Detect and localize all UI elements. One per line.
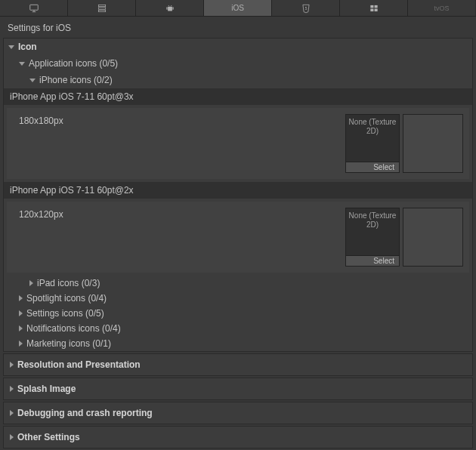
tab-standalone[interactable] [0, 0, 68, 16]
group-label: Spotlight icons (0/4) [26, 293, 107, 304]
icon-preview [403, 114, 463, 173]
group-label: Settings icons (0/5) [26, 308, 104, 319]
section-icon-header[interactable]: Icon [4, 39, 472, 55]
section-icon-label: Icon [18, 42, 37, 52]
section-resolution-header[interactable]: Resolution and Presentation [4, 354, 472, 375]
group-label: Marketing icons (0/1) [26, 338, 111, 349]
settings-panel: Settings for iOS Icon Application icons … [0, 17, 476, 450]
group-ipad-icons[interactable]: iPad icons (0/3) [29, 276, 472, 291]
group-application-icons-label: Application icons (0/5) [29, 58, 118, 69]
svg-rect-12 [370, 5, 373, 7]
android-icon [164, 3, 176, 14]
svg-rect-13 [374, 5, 377, 7]
group-iphone-icons-label: iPhone icons (0/2) [39, 75, 113, 85]
chevron-right-icon [10, 386, 14, 392]
select-button[interactable]: Select [346, 162, 399, 172]
icon-entry-size: 120x120px [13, 208, 70, 221]
icon-entry-header: iPhone App iOS 7-11 60pt@2x [4, 182, 472, 199]
group-notifications-icons[interactable]: Notifications icons (0/4) [19, 321, 472, 336]
section-label: Splash Image [17, 384, 76, 394]
svg-rect-4 [98, 7, 105, 8]
bottom-sections: Resolution and Presentation Splash Image… [3, 353, 473, 448]
svg-rect-10 [172, 7, 173, 10]
chevron-right-icon [19, 310, 23, 316]
tab-tvos-label: tvOS [434, 5, 449, 12]
collapsed-icon-groups: iPad icons (0/3) Spotlight icons (0/4) S… [4, 276, 472, 351]
icon-preview [403, 208, 463, 267]
group-application-icons[interactable]: Application icons (0/5) [4, 55, 472, 72]
tab-uwp[interactable] [340, 0, 408, 16]
section-icon: Icon Application icons (0/5) iPhone icon… [3, 38, 473, 352]
select-button[interactable]: Select [346, 255, 399, 266]
icon-entry-size: 180x180px [13, 114, 70, 128]
section-debugging: Debugging and crash reporting [3, 402, 473, 424]
svg-rect-0 [29, 5, 38, 10]
svg-point-7 [168, 5, 168, 5]
chevron-right-icon [10, 410, 14, 416]
panel-title: Settings for iOS [3, 20, 473, 36]
tab-android[interactable] [136, 0, 204, 16]
chevron-right-icon [29, 280, 33, 286]
texture-slot-placeholder: None (Texture 2D) [346, 208, 399, 233]
group-label: iPad icons (0/3) [37, 278, 100, 288]
section-label: Resolution and Presentation [17, 359, 141, 370]
section-splash: Splash Image [3, 378, 473, 400]
group-marketing-icons[interactable]: Marketing icons (0/1) [19, 336, 472, 351]
chevron-down-icon [29, 79, 36, 82]
chevron-down-icon [8, 45, 14, 49]
svg-rect-15 [374, 8, 377, 11]
svg-rect-3 [98, 5, 105, 6]
section-splash-header[interactable]: Splash Image [4, 378, 472, 399]
svg-rect-9 [166, 7, 167, 10]
chevron-right-icon [19, 295, 23, 301]
section-debugging-header[interactable]: Debugging and crash reporting [4, 402, 472, 424]
chevron-right-icon [10, 434, 14, 440]
tab-ios-label: iOS [231, 4, 244, 12]
group-settings-icons[interactable]: Settings icons (0/5) [19, 306, 472, 321]
icon-entry-header: iPhone App iOS 7-11 60pt@3x [4, 88, 472, 105]
tab-webgl[interactable]: 5 [272, 0, 340, 16]
group-spotlight-icons[interactable]: Spotlight icons (0/4) [19, 291, 472, 306]
svg-point-8 [171, 5, 172, 5]
section-label: Debugging and crash reporting [17, 408, 153, 418]
tab-server[interactable] [68, 0, 136, 16]
svg-rect-5 [98, 10, 105, 11]
icon-entry: 120x120px None (Texture 2D) Select [7, 202, 469, 273]
html5-icon: 5 [300, 3, 312, 14]
tab-tvos[interactable]: tvOS [408, 0, 476, 16]
chevron-right-icon [10, 362, 14, 368]
svg-rect-6 [168, 6, 172, 11]
platform-tabbar: iOS 5 tvOS [0, 0, 476, 17]
group-iphone-icons[interactable]: iPhone icons (0/2) [4, 72, 472, 88]
section-resolution: Resolution and Presentation [3, 353, 473, 376]
group-label: Notifications icons (0/4) [26, 323, 121, 334]
svg-rect-14 [370, 8, 373, 11]
svg-text:5: 5 [304, 6, 307, 10]
server-icon [96, 3, 108, 14]
texture-slot[interactable]: None (Texture 2D) Select [345, 114, 400, 173]
section-other: Other Settings [3, 426, 473, 448]
section-label: Other Settings [17, 432, 80, 442]
monitor-icon [28, 3, 40, 14]
tab-ios[interactable]: iOS [204, 0, 272, 16]
chevron-right-icon [19, 325, 23, 331]
windows-icon [368, 3, 380, 14]
icon-entry: 180x180px None (Texture 2D) Select [7, 108, 469, 179]
texture-slot[interactable]: None (Texture 2D) Select [345, 208, 400, 267]
section-other-header[interactable]: Other Settings [4, 427, 472, 448]
chevron-right-icon [19, 341, 23, 347]
chevron-down-icon [19, 62, 25, 66]
texture-slot-placeholder: None (Texture 2D) [346, 115, 399, 139]
